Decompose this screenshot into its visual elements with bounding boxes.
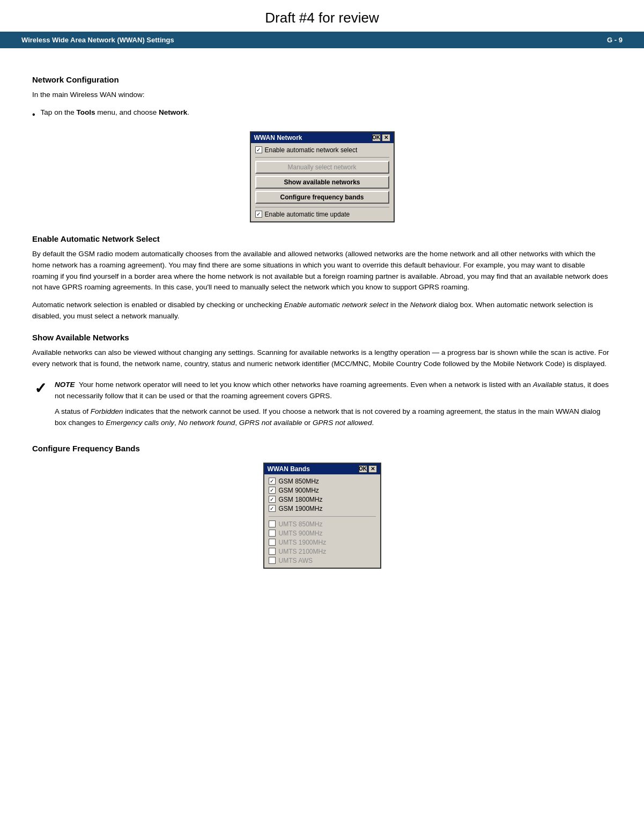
show-networks-section: Show Available Networks Available networ…	[32, 333, 612, 370]
wwan-bands-body: GSM 850MHzGSM 900MHzGSM 1800MHzGSM 1900M…	[264, 474, 380, 568]
italic-gprs-unavail: GPRS not available	[239, 419, 302, 427]
content-area: Network Configuration In the main Wirele…	[0, 48, 644, 596]
bullet-dot: •	[32, 108, 35, 122]
dialog-sep-2	[255, 207, 389, 207]
band-row: GSM 850MHz	[269, 478, 376, 485]
wwan-dialog-titlebar: WWAN Network OK ✕	[251, 132, 394, 143]
auto-time-checkbox[interactable]	[255, 211, 262, 218]
page-draft-title: Draft #4 for review	[0, 0, 644, 32]
dialog-sep-1	[255, 157, 389, 158]
configure-bands-section: Configure Frequency Bands WWAN Bands OK …	[32, 444, 612, 569]
enable-auto-para1: By default the GSM radio modem automatic…	[32, 249, 612, 294]
band-label-4: UMTS 850MHz	[279, 520, 323, 528]
network-bold: Network	[159, 108, 187, 116]
note-content: NOTE Your home network operator will nee…	[55, 379, 612, 433]
band-checkbox-7[interactable]	[269, 548, 276, 555]
wwan-ok-btn[interactable]: OK	[372, 134, 381, 142]
note-checkmark: ✓	[32, 379, 48, 397]
configure-freq-btn[interactable]: Configure frequency bands	[255, 191, 389, 204]
wwan-network-dialog: WWAN Network OK ✕ Enable automatic netwo…	[250, 131, 395, 222]
band-label-7: UMTS 2100MHz	[279, 548, 327, 555]
band-checkbox-2[interactable]	[269, 496, 276, 503]
note-para1: NOTE Your home network operator will nee…	[55, 379, 612, 402]
blue-banner: Wireless Wide Area Network (WWAN) Settin…	[0, 32, 644, 48]
wwan-bands-titlebar: WWAN Bands OK ✕	[264, 464, 380, 474]
band-label-1: GSM 900MHz	[279, 487, 319, 494]
band-checkbox-0[interactable]	[269, 478, 276, 485]
network-config-section: Network Configuration In the main Wirele…	[32, 75, 612, 222]
band-checkbox-1[interactable]	[269, 487, 276, 494]
auto-time-label: Enable automatic time update	[265, 211, 350, 218]
show-available-btn[interactable]: Show available networks	[255, 176, 389, 189]
wwan-dialog-title: WWAN Network	[254, 134, 302, 142]
banner-right: G - 9	[607, 36, 623, 44]
bands-separator	[269, 516, 376, 517]
note-box: ✓ NOTE Your home network operator will n…	[32, 379, 612, 433]
dialog-titlebar-buttons: OK ✕	[372, 134, 390, 142]
enable-auto-para2: Automatic network selection is enabled o…	[32, 300, 612, 322]
wwan-close-btn[interactable]: ✕	[382, 134, 390, 142]
italic-emergency: Emergency calls only	[106, 419, 174, 427]
band-label-5: UMTS 900MHz	[279, 530, 323, 537]
bullet-text: Tap on the Tools menu, and choose Networ…	[41, 107, 189, 118]
network-config-intro: In the main Wireless WAN window:	[32, 90, 612, 101]
auto-network-select-row: Enable automatic network select	[255, 146, 389, 154]
italic-gprs-notallowed: GPRS not allowed	[313, 419, 372, 427]
note-para2: A status of Forbidden indicates that the…	[55, 406, 612, 429]
network-config-title: Network Configuration	[32, 75, 612, 84]
band-row: GSM 1800MHz	[269, 496, 376, 503]
band-label-6: UMTS 1900MHz	[279, 539, 327, 546]
band-row: UMTS 850MHz	[269, 520, 376, 528]
manually-select-btn[interactable]: Manually select network	[255, 161, 389, 174]
configure-bands-title: Configure Frequency Bands	[32, 444, 612, 453]
auto-time-update-row: Enable automatic time update	[255, 211, 389, 218]
band-label-3: GSM 1900MHz	[279, 505, 323, 512]
enable-auto-title: Enable Automatic Network Select	[32, 234, 612, 243]
band-checkbox-5[interactable]	[269, 530, 276, 537]
show-networks-para1: Available networks can also be viewed wi…	[32, 347, 612, 370]
italic-forbidden: Forbidden	[91, 407, 123, 415]
band-label-8: UMTS AWS	[279, 557, 313, 564]
wwan-network-dialog-wrapper: WWAN Network OK ✕ Enable automatic netwo…	[32, 131, 612, 222]
band-row: GSM 900MHz	[269, 487, 376, 494]
bands-close-btn[interactable]: ✕	[368, 465, 377, 473]
band-checkbox-4[interactable]	[269, 520, 276, 527]
band-row: UMTS AWS	[269, 557, 376, 564]
wwan-bands-dialog: WWAN Bands OK ✕ GSM 850MHzGSM 900MHzGSM …	[263, 463, 381, 569]
band-checkbox-6[interactable]	[269, 539, 276, 546]
band-checkbox-3[interactable]	[269, 505, 276, 512]
banner-left: Wireless Wide Area Network (WWAN) Settin…	[21, 36, 174, 44]
band-row: GSM 1900MHz	[269, 505, 376, 512]
band-label-0: GSM 850MHz	[279, 478, 319, 485]
tools-network-bullet: • Tap on the Tools menu, and choose Netw…	[32, 107, 612, 122]
band-checkbox-8[interactable]	[269, 557, 276, 564]
band-row: UMTS 900MHz	[269, 530, 376, 537]
note-label: NOTE	[55, 381, 75, 389]
wwan-dialog-body: Enable automatic network select Manually…	[251, 143, 394, 221]
band-label-2: GSM 1800MHz	[279, 496, 323, 503]
band-row: UMTS 2100MHz	[269, 548, 376, 555]
auto-select-checkbox[interactable]	[255, 146, 262, 153]
italic-available: Available	[533, 381, 562, 389]
italic-network: Network	[410, 301, 437, 309]
italic-no-network: No network found	[178, 419, 235, 427]
auto-select-label: Enable automatic network select	[265, 146, 358, 154]
enable-auto-section: Enable Automatic Network Select By defau…	[32, 234, 612, 323]
bands-titlebar-buttons: OK ✕	[359, 465, 377, 473]
band-row: UMTS 1900MHz	[269, 539, 376, 546]
tools-bold: Tools	[76, 108, 95, 116]
italic-enable: Enable automatic network select	[284, 301, 388, 309]
wwan-bands-dialog-wrapper: WWAN Bands OK ✕ GSM 850MHzGSM 900MHzGSM …	[32, 463, 612, 569]
bands-ok-btn[interactable]: OK	[359, 465, 367, 473]
wwan-bands-title: WWAN Bands	[268, 465, 310, 473]
show-networks-title: Show Available Networks	[32, 333, 612, 342]
